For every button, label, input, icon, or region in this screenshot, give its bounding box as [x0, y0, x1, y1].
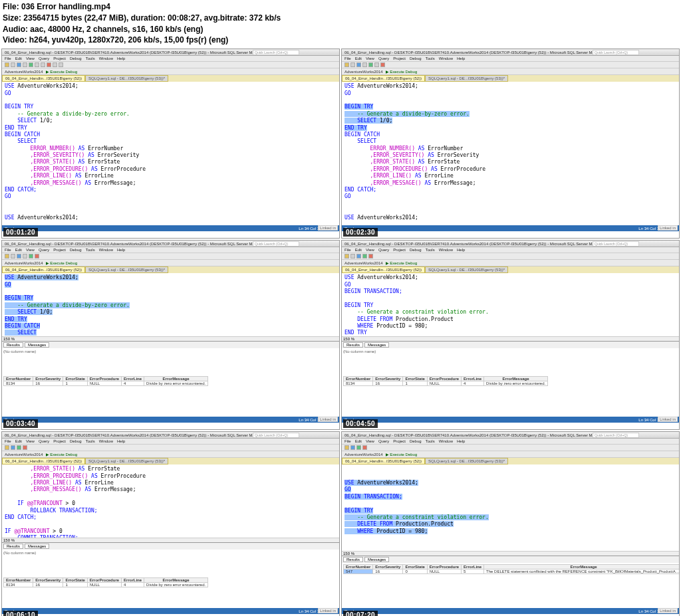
document-tabs: 06_04_Error_Handlin...I35U01B\gerry (52)… — [2, 458, 339, 464]
menu-project[interactable]: Project — [53, 56, 66, 60]
watermark: Linked in — [658, 417, 678, 422]
menu-edit[interactable]: Edit — [15, 56, 22, 60]
menu-item[interactable]: Edit — [355, 56, 362, 60]
menu-item[interactable]: File — [344, 56, 351, 60]
menu-item[interactable]: Window — [439, 56, 453, 60]
menu-item[interactable]: Tools — [426, 56, 435, 60]
menu-item[interactable]: Help — [457, 56, 465, 60]
menu-view[interactable]: View — [26, 56, 35, 60]
code-editor[interactable]: USE AdventureWorks2014; GO BEGIN TRY -- … — [342, 82, 679, 239]
sql-toolbar: AdventureWorks2014▶ Execute Debug — [2, 451, 339, 458]
sql-toolbar: AdventureWorks2014 ▶ Execute Debug — [2, 68, 339, 75]
toolbar-button[interactable] — [59, 62, 63, 67]
menu-window[interactable]: Window — [99, 56, 113, 60]
code-editor[interactable]: USE AdventureWorks2014; GO BEGIN TRY -- … — [2, 273, 339, 336]
execute-button[interactable]: ▶ Execute Debug — [386, 69, 418, 74]
frame-5: 06_04_Error_Handling.sql - DESKTOP-I35U0… — [1, 431, 340, 616]
tab-inactive[interactable]: SQLQuery1.sql - DE...I35U01B\gerry (53))… — [85, 75, 168, 82]
toolbar-button[interactable] — [5, 62, 9, 67]
document-tabs: 06_04_Error_Handlin...I35U01B\gerry (52)… — [342, 458, 679, 464]
table-row: 8134161NULL4Divide by zero error encount… — [344, 381, 548, 386]
tab-active[interactable]: 06_04_Error_Handlin...I35U01B\gerry (52)… — [2, 75, 85, 82]
table-row: 547160NULL5The DELETE statement conflict… — [344, 569, 680, 574]
code-editor[interactable]: USE AdventureWorks2014; GO BEGIN TRANSAC… — [342, 464, 679, 551]
new-query-button[interactable] — [17, 62, 21, 67]
timestamp: 00:01:20 — [3, 228, 38, 237]
quick-launch-input[interactable]: Quick Launch (Ctrl+Q) — [253, 50, 299, 55]
sql-toolbar: AdventureWorks2014▶ Execute Debug — [2, 260, 339, 266]
code-editor[interactable]: USE AdventureWorks2014; GO BEGIN TRANSAC… — [342, 273, 679, 336]
splitter[interactable]: 150 % — [2, 336, 339, 341]
timestamp: 00:03:40 — [3, 419, 38, 428]
menu-item[interactable]: Project — [393, 56, 406, 60]
quick-launch-input[interactable]: Quick Launch (Ctrl+Q) — [253, 433, 299, 438]
menu-file[interactable]: File — [5, 56, 11, 60]
menu-query[interactable]: Query — [39, 56, 49, 60]
tab-inactive[interactable]: SQLQuery1.sql - DE...I35U01B\gerry (53))… — [425, 75, 508, 82]
table-row: 8134161NULL4Divide by zero error encount… — [4, 381, 208, 386]
results-pane: ResultsMessages (No column name) ErrorNu… — [2, 542, 339, 616]
code-editor[interactable]: USE AdventureWorks2014; GO BEGIN TRY -- … — [2, 82, 339, 239]
timestamp: 00:06:10 — [3, 611, 38, 616]
media-info: File: 036 Error handling.mp4 Size: 23564… — [0, 0, 681, 47]
toolbar-button[interactable] — [47, 62, 51, 67]
execute-button[interactable]: ▶ Execute Debug — [46, 69, 78, 74]
menu-item[interactable]: View — [366, 56, 374, 60]
menu-item[interactable]: Query — [378, 56, 389, 60]
frame-4: 06_04_Error_Handling.sql - DESKTOP-I35U0… — [341, 240, 680, 430]
menu-bar: FileEditViewQueryProjectDebugToolsWindow… — [342, 247, 679, 253]
results-tab[interactable]: Results — [3, 342, 23, 348]
toolbar-button[interactable] — [41, 62, 45, 67]
watermark: Linked in — [318, 417, 338, 422]
toolbar-button[interactable] — [53, 62, 57, 67]
db-selector[interactable]: AdventureWorks2014 — [344, 70, 383, 74]
menu-item[interactable]: Debug — [410, 56, 422, 60]
toolbar-button[interactable] — [29, 62, 33, 67]
messages-tab[interactable]: Messages — [25, 342, 49, 348]
ide-status-bar: ReadyLn 34 Col 1 Ch 1 INS — [342, 608, 679, 614]
toolbar-button[interactable] — [356, 62, 361, 67]
menu-bar: FileEditViewQueryProjectDebugToolsWindow… — [342, 56, 679, 62]
quick-launch-input[interactable]: Quick Launch (Ctrl+Q) — [593, 241, 639, 247]
toolbar-button[interactable] — [374, 62, 379, 67]
results-grid[interactable]: ErrorNumberErrorSeverityErrorStateErrorP… — [342, 375, 679, 387]
toolbar-button[interactable] — [23, 62, 27, 67]
tab-active[interactable]: 06_04_Error_Handlin...I35U01B\gerry (52)… — [342, 75, 425, 82]
toolbar-button[interactable] — [344, 62, 349, 67]
toolbar-button[interactable] — [362, 62, 367, 67]
menu-bar: File Edit View Query Project Debug Tools… — [2, 56, 339, 62]
menu-bar: FileEditViewQueryProjectDebugToolsWindow… — [2, 439, 339, 445]
frame-6: 06_04_Error_Handling.sql - DESKTOP-I35U0… — [341, 431, 680, 616]
sql-toolbar: AdventureWorks2014▶ Execute Debug — [342, 68, 679, 75]
results-grid[interactable]: ErrorNumberErrorSeverityErrorStateErrorP… — [2, 375, 339, 387]
code-editor[interactable]: ,ERROR_STATE() AS ErrorState ,ERROR_PROC… — [2, 464, 339, 538]
results-grid[interactable]: ErrorNumberErrorSeverityErrorStateErrorP… — [2, 576, 339, 589]
size-line: Size: 23564715 bytes (22,47 MiB), durati… — [3, 13, 678, 24]
watermark: Linked in — [658, 225, 678, 231]
results-grid[interactable]: ErrorNumberErrorSeverityErrorStateErrorP… — [342, 563, 679, 575]
ide-status-bar: ReadyLn 34 Col 1 Ch 1 INS — [2, 225, 339, 231]
menu-bar: FileEditViewQueryProjectDebugToolsWindow… — [342, 439, 679, 445]
quick-launch-input[interactable]: Quick Launch (Ctrl+Q) — [253, 241, 299, 247]
no-column-label: (No column name) — [2, 348, 339, 355]
splitter[interactable]: 150 % — [2, 538, 339, 542]
toolbar-button[interactable] — [11, 62, 15, 67]
quick-launch-input[interactable]: Quick Launch (Ctrl+Q) — [593, 433, 639, 438]
menu-help[interactable]: Help — [117, 56, 125, 60]
db-selector[interactable]: AdventureWorks2014 — [5, 70, 43, 74]
main-toolbar — [2, 253, 339, 260]
watermark: Linked in — [658, 608, 678, 613]
toolbar-button[interactable] — [350, 62, 355, 67]
toolbar-button[interactable] — [368, 62, 373, 67]
main-toolbar — [342, 253, 679, 260]
main-toolbar — [2, 62, 339, 68]
quick-launch-input[interactable]: Quick Launch (Ctrl+Q) — [593, 50, 639, 55]
splitter[interactable]: 150 % — [342, 551, 679, 556]
menu-debug[interactable]: Debug — [70, 56, 82, 60]
main-toolbar — [2, 445, 339, 451]
toolbar-button[interactable] — [35, 62, 39, 67]
menu-tools[interactable]: Tools — [86, 56, 95, 60]
splitter[interactable]: 150 % — [342, 336, 679, 341]
document-tabs: 06_04_Error_Handlin...I35U01B\gerry (52)… — [2, 75, 339, 82]
toolbar-button[interactable] — [380, 62, 385, 67]
